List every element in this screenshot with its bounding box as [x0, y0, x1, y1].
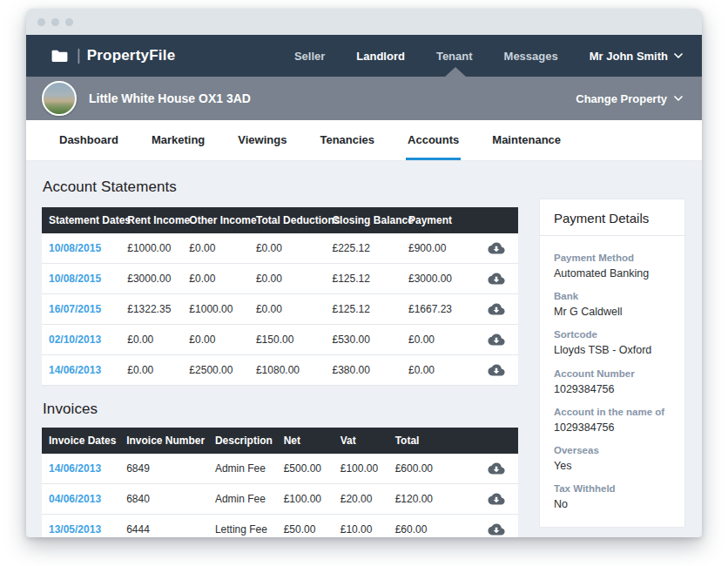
field-label: Account Number [554, 367, 671, 381]
invoice-number-value: 6849 [119, 454, 208, 484]
invoices-title: Invoices [43, 401, 518, 418]
field-label: Payment Method [554, 252, 671, 265]
tab-accounts[interactable]: Accounts [406, 120, 461, 160]
nav-menu: Seller Landlord Tenant Messages Mr John … [263, 50, 683, 63]
table-row: 02/10/2013 £0.00 £0.00 £150.00 £530.00 £… [42, 325, 518, 355]
folder-icon [51, 49, 69, 64]
cloud-download-icon[interactable] [488, 363, 505, 377]
table-row: 16/07/2015 £1322.35 £1000.00 £0.00 £125.… [42, 294, 518, 325]
col-invoice-dates: Invoice Dates [42, 428, 119, 454]
statement-date-link[interactable]: 10/08/2015 [49, 242, 101, 254]
property-title: Little White House OX1 3AD [89, 91, 251, 105]
field-value: 1029384756 [554, 421, 671, 435]
payment-value: £900.00 [401, 233, 475, 264]
table-header-row: Invoice Dates Invoice Number Description… [42, 428, 518, 454]
table-row: 14/06/2013 £0.00 £2500.00 £1080.00 £380.… [42, 355, 518, 386]
tab-marketing[interactable]: Marketing [150, 120, 206, 160]
nav-item-landlord[interactable]: Landlord [356, 50, 405, 63]
closing-balance-value: £125.12 [325, 294, 401, 325]
field-value: No [554, 497, 671, 511]
tab-dashboard[interactable]: Dashboard [57, 120, 120, 160]
vat-value: £20.00 [334, 484, 388, 515]
cloud-download-icon[interactable] [488, 272, 505, 286]
chevron-down-icon [674, 53, 683, 58]
description-value: Admin Fee [208, 454, 277, 484]
bank-field: Bank Mr G Caldwell [554, 290, 671, 319]
brand-logo[interactable]: | PropertyFile [51, 47, 175, 65]
app-window: | PropertyFile Seller Landlord Tenant Me… [26, 9, 702, 537]
statement-date-link[interactable]: 10/08/2015 [49, 273, 101, 285]
window-control-icon[interactable] [37, 18, 45, 26]
nav-item-messages[interactable]: Messages [504, 50, 558, 63]
total-deductions-value: £0.00 [249, 233, 326, 264]
vat-value: £10.00 [334, 515, 388, 538]
logo-separator: | [77, 46, 81, 64]
invoice-date-link[interactable]: 14/06/2013 [49, 462, 101, 475]
description-value: Letting Fee [208, 515, 277, 538]
active-nav-pointer [445, 67, 466, 77]
description-value: Admin Fee [208, 484, 277, 515]
total-value: £600.00 [388, 454, 474, 484]
tab-viewings[interactable]: Viewings [236, 120, 288, 160]
closing-balance-value: £225.12 [325, 233, 401, 264]
rent-income-value: £0.00 [120, 355, 182, 386]
property-avatar [42, 81, 77, 116]
nav-item-seller[interactable]: Seller [294, 50, 325, 63]
cloud-download-icon[interactable] [488, 492, 505, 506]
rent-income-value: £3000.00 [120, 264, 182, 294]
total-deductions-value: £150.00 [249, 325, 326, 355]
tab-tenancies[interactable]: Tenancies [318, 120, 376, 160]
account-statements-table: Statement Dates Rent Income Other Income… [42, 207, 518, 386]
col-payment: Payment [401, 207, 475, 233]
section-tabs: Dashboard Marketing Viewings Tenancies A… [26, 120, 702, 161]
invoice-date-link[interactable]: 13/05/2013 [49, 523, 101, 536]
page-content: Account Statements Statement Dates Rent … [26, 161, 702, 537]
invoice-number-value: 6444 [119, 515, 208, 538]
sortcode-field: Sortcode Lloyds TSB - Oxford [554, 328, 671, 357]
tab-maintenance[interactable]: Maintenance [490, 120, 563, 160]
col-other-income: Other Income [182, 207, 249, 233]
net-value: £100.00 [277, 484, 334, 515]
rent-income-value: £0.00 [120, 325, 182, 355]
cloud-download-icon[interactable] [488, 302, 505, 316]
col-closing-balance: Closing Balance [325, 207, 401, 233]
payment-details-body: Payment Method Automated Banking Bank Mr… [540, 236, 684, 527]
statement-date-link[interactable]: 16/07/2015 [49, 303, 101, 315]
payment-value: £0.00 [401, 325, 475, 355]
main-column: Account Statements Statement Dates Rent … [42, 173, 518, 537]
rent-income-value: £1322.35 [120, 294, 182, 325]
field-value: 1029384756 [554, 382, 671, 396]
total-value: £120.00 [388, 484, 474, 515]
change-property-button[interactable]: Change Property [576, 92, 683, 105]
invoice-date-link[interactable]: 04/06/2013 [49, 493, 101, 505]
table-header-row: Statement Dates Rent Income Other Income… [42, 207, 518, 233]
other-income-value: £1000.00 [182, 294, 249, 325]
payment-details-panel: Payment Details Payment Method Automated… [539, 199, 685, 528]
col-total-deductions: Total Deductions [249, 207, 326, 233]
rent-income-value: £1000.00 [120, 233, 182, 264]
user-menu[interactable]: Mr John Smith [590, 50, 683, 63]
cloud-download-icon[interactable] [488, 462, 505, 475]
cloud-download-icon[interactable] [488, 241, 505, 255]
col-rent-income: Rent Income [120, 207, 182, 233]
payment-value: £1667.23 [401, 294, 475, 325]
table-row: 10/08/2015 £1000.00 £0.00 £0.00 £225.12 … [42, 233, 518, 264]
closing-balance-value: £380.00 [325, 355, 401, 386]
window-control-icon[interactable] [65, 18, 73, 26]
top-navbar: | PropertyFile Seller Landlord Tenant Me… [26, 35, 702, 77]
statement-date-link[interactable]: 02/10/2013 [49, 334, 101, 346]
net-value: £500.00 [277, 454, 334, 484]
payment-details-title: Payment Details [540, 199, 684, 236]
property-header: Little White House OX1 3AD Change Proper… [26, 77, 702, 120]
invoices-table: Invoice Dates Invoice Number Description… [42, 428, 518, 537]
other-income-value: £0.00 [182, 264, 249, 294]
statement-date-link[interactable]: 14/06/2013 [49, 364, 101, 376]
table-row: 04/06/2013 6840 Admin Fee £100.00 £20.00… [42, 484, 518, 515]
col-download [475, 207, 518, 233]
nav-item-tenant[interactable]: Tenant [436, 50, 473, 63]
cloud-download-icon[interactable] [488, 522, 505, 536]
field-value: Mr G Caldwell [554, 305, 671, 319]
window-control-icon[interactable] [51, 18, 59, 26]
cloud-download-icon[interactable] [488, 333, 505, 347]
field-label: Account in the name of [554, 406, 671, 419]
